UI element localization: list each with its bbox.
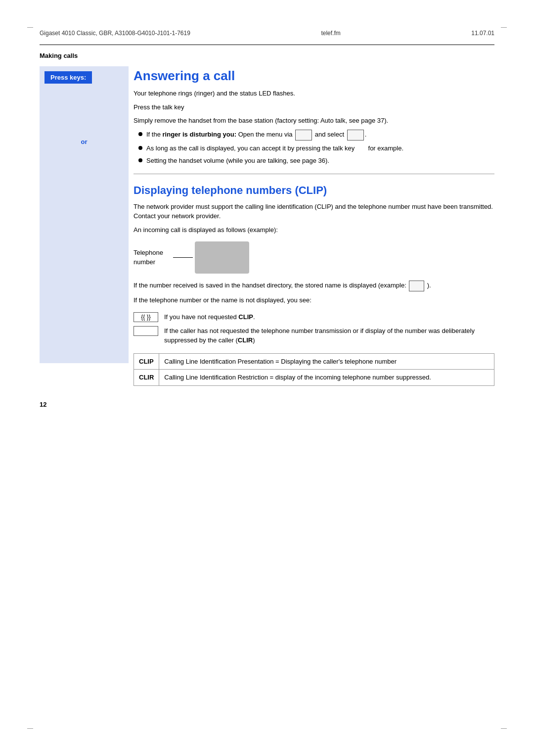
- or-label: or: [81, 138, 88, 145]
- bullet-dot-3: [138, 158, 142, 162]
- def-row-clir: CLIR Calling Line Identification Restric…: [134, 370, 494, 386]
- clip-symbol-2: [134, 326, 158, 336]
- select-key-box: [347, 130, 364, 141]
- header-left: Gigaset 4010 Classic, GBR, A31008-G4010-…: [40, 30, 190, 37]
- clip-para3: If the number received is saved in the h…: [134, 281, 494, 291]
- def-desc-clir: Calling Line Identification Restriction …: [159, 370, 494, 386]
- clip-heading: Displaying telephone numbers (CLIP): [134, 184, 494, 197]
- phone-display: Telephonenumber: [134, 241, 494, 274]
- name-key-box: [409, 281, 424, 291]
- sidebar-background: Press keys: or: [40, 66, 129, 363]
- phone-screen-box: [195, 241, 249, 274]
- clip-row-1: {{ }} If you have not requested CLIP.: [134, 312, 494, 322]
- bullet-list: If the ringer is disturbing you: Open th…: [138, 130, 494, 166]
- header-divider: [40, 45, 494, 45]
- bullet-item-2: As long as the call is displayed, you ca…: [138, 143, 494, 153]
- answering-para3: Simply remove the handset from the base …: [134, 116, 494, 126]
- display-connector-line: [173, 257, 193, 258]
- header-center: telef.fm: [321, 30, 340, 37]
- bullet-dot-2: [138, 146, 142, 150]
- def-term-clip: CLIP: [134, 353, 159, 370]
- bullet-dot-1: [138, 132, 142, 136]
- clip-para3-suffix: ).: [427, 282, 431, 289]
- bullet-text-3: Setting the handset volume (while you ar…: [146, 156, 329, 166]
- telephone-number-label: Telephonenumber: [134, 248, 163, 266]
- definition-table: CLIP Calling Line Identification Present…: [134, 353, 494, 386]
- bullet-text-1: If the ringer is disturbing you: Open th…: [146, 130, 366, 141]
- def-desc-clip: Calling Line Identification Presentation…: [159, 353, 494, 370]
- def-term-clir: CLIR: [134, 370, 159, 386]
- clip-para3-text: If the number received is saved in the h…: [134, 282, 406, 289]
- left-column: Press keys: or: [40, 66, 134, 386]
- bullet-item-3: Setting the handset volume (while you ar…: [138, 156, 494, 166]
- press-keys-label: Press keys:: [44, 71, 92, 84]
- def-row-clip: CLIP Calling Line Identification Present…: [134, 353, 494, 370]
- clip-para1: The network provider must support the ca…: [134, 202, 494, 221]
- bullet-text-2: As long as the call is displayed, you ca…: [146, 143, 403, 153]
- page-header: Gigaset 4010 Classic, GBR, A31008-G4010-…: [40, 30, 494, 37]
- answering-para2: Press the talk key: [134, 102, 494, 112]
- answering-para1: Your telephone rings (ringer) and the st…: [134, 89, 494, 98]
- clip-para2: An incoming call is displayed as follows…: [134, 225, 494, 235]
- clip-desc-1: If you have not requested CLIP.: [164, 312, 494, 322]
- page-number: 12: [40, 401, 494, 408]
- section-heading: Making calls: [40, 52, 494, 59]
- clip-para4: If the telephone number or the name is n…: [134, 295, 494, 305]
- answering-call-heading: Answering a call: [134, 68, 494, 84]
- bullet-item-1: If the ringer is disturbing you: Open th…: [138, 130, 494, 141]
- clip-row-2: If the caller has not requested the tele…: [134, 326, 494, 345]
- section-divider-1: [134, 174, 494, 174]
- menu-key-box: [295, 130, 312, 141]
- header-right: 11.07.01: [471, 30, 494, 37]
- clip-section: {{ }} If you have not requested CLIP. If…: [134, 312, 494, 345]
- clip-desc-2: If the caller has not requested the tele…: [164, 326, 494, 345]
- content-layout: Press keys: or Answering a call Your tel…: [40, 66, 494, 386]
- right-column: Answering a call Your telephone rings (r…: [134, 66, 494, 386]
- clip-symbol-1: {{ }}: [134, 312, 158, 322]
